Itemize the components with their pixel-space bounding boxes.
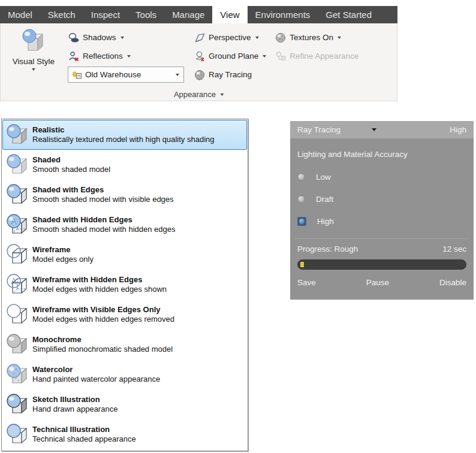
option-title: Sketch Illustration — [32, 395, 118, 404]
visual-style-option-monochrome[interactable]: Monochrome Simplified monochromatic shad… — [2, 330, 247, 360]
style-preview-icon — [5, 153, 29, 177]
shadows-button[interactable]: Shadows — [68, 29, 184, 46]
visual-style-option-realistic[interactable]: Realistic Realistically textured model w… — [2, 120, 247, 150]
ray-tracing-icon — [194, 70, 206, 80]
chevron-down-icon[interactable] — [372, 128, 376, 131]
option-title: Wireframe with Hidden Edges — [32, 275, 167, 285]
panel-title: Ray Tracing — [297, 125, 341, 134]
ribbon-appearance-panel: Visual Style Shadows Reflections — [0, 23, 397, 101]
lighting-style-icon — [71, 70, 83, 80]
progress-bar-fill — [300, 262, 304, 267]
style-preview-icon — [5, 243, 29, 267]
option-title: Watercolor — [32, 365, 160, 375]
chevron-down-icon — [127, 55, 131, 58]
accuracy-options: Low Draft High — [297, 172, 466, 226]
progress-bar — [297, 259, 466, 270]
accuracy-section-label: Lighting and Material Accuracy — [297, 150, 466, 159]
visual-style-option-shaded-with-edges[interactable]: Shaded with Edges Smooth shaded model wi… — [2, 180, 247, 210]
option-title: Monochrome — [32, 335, 173, 345]
reflections-button[interactable]: Reflections — [68, 48, 184, 64]
option-description: Model edges with hidden edges shown — [32, 285, 167, 294]
progress-label: Progress: Rough — [297, 244, 358, 253]
option-title: Shaded with Edges — [32, 185, 174, 195]
chevron-down-icon — [263, 55, 266, 58]
chevron-down-icon — [120, 37, 124, 39]
time-remaining: 12 sec — [442, 244, 466, 253]
lighting-style-combo[interactable]: Old Warehouse — [68, 67, 184, 83]
accuracy-option-draft[interactable]: Draft — [297, 194, 466, 204]
visual-style-option-sketch-illustration[interactable]: Sketch Illustration Hand drawn appearanc… — [2, 389, 247, 419]
option-title: Wireframe — [32, 245, 94, 255]
visual-style-option-wireframe-with-hidden-edges[interactable]: Wireframe with Hidden Edges Model edges … — [2, 270, 247, 300]
panel-buttons: SavePauseDisable — [297, 278, 466, 287]
style-preview-icon — [5, 273, 29, 297]
option-title: Technical Illustration — [32, 425, 136, 434]
combo-chevron[interactable] — [171, 67, 183, 82]
style-preview-icon — [5, 363, 29, 386]
radio-icon[interactable] — [297, 217, 306, 226]
ribbon-tab-bar: Model Sketch Inspect Tools Manage View E… — [0, 6, 397, 23]
visual-style-option-technical-illustration[interactable]: Technical Illustration Technical shaded … — [2, 419, 247, 449]
option-description: Model edges with hidden edges removed — [32, 315, 174, 324]
option-description: Smooth shaded model with hidden edges — [32, 225, 176, 234]
visual-style-menu: Realistic Realistically textured model w… — [1, 119, 248, 451]
style-preview-icon — [5, 422, 29, 446]
style-preview-icon — [5, 333, 29, 357]
appearance-panel-label[interactable]: Appearance — [174, 90, 224, 99]
style-preview-icon — [5, 303, 29, 327]
textures-on-button[interactable]: Textures On — [275, 29, 358, 46]
option-description: Smooth shaded model — [32, 165, 110, 174]
visual-style-option-wireframe-with-visible-edges-only[interactable]: Wireframe with Visible Edges Only Model … — [2, 300, 247, 330]
accuracy-option-low[interactable]: Low — [297, 172, 466, 182]
ribbon-tab-environments[interactable]: Environments — [248, 6, 318, 23]
ribbon-tab-tools[interactable]: Tools — [128, 6, 164, 23]
shadows-icon — [68, 32, 80, 43]
perspective-button[interactable]: Perspective — [194, 29, 266, 46]
pause-button[interactable]: Pause — [366, 278, 389, 287]
ribbon-tab-get-started[interactable]: Get Started — [318, 6, 379, 23]
ribbon-tab-sketch[interactable]: Sketch — [40, 6, 83, 23]
option-description: Technical shaded appearance — [32, 434, 136, 444]
option-title: Shaded — [32, 155, 110, 165]
save-button[interactable]: Save — [297, 278, 316, 287]
chevron-down-icon — [220, 93, 224, 96]
ribbon-tab-model[interactable]: Model — [0, 6, 40, 23]
option-description: Smooth shaded model with visible edges — [32, 195, 174, 204]
visual-style-icon — [20, 28, 47, 56]
visual-style-option-watercolor[interactable]: Watercolor Hand painted watercolor appea… — [2, 360, 247, 389]
ray-tracing-panel: Ray Tracing High Lighting and Material A… — [290, 121, 474, 300]
option-description: Simplified monochromatic shaded model — [32, 345, 173, 354]
style-preview-icon — [5, 123, 29, 147]
style-preview-icon — [5, 392, 29, 416]
style-preview-icon — [5, 213, 29, 237]
lighting-style-value: Old Warehouse — [85, 70, 141, 79]
visual-style-label: Visual Style — [13, 57, 55, 66]
radio-icon[interactable] — [297, 173, 305, 181]
option-description: Model edges only — [32, 255, 94, 264]
ray-tracing-button[interactable]: Ray Tracing — [194, 67, 266, 83]
visual-style-button[interactable]: Visual Style — [1, 23, 67, 101]
chevron-down-icon — [338, 37, 341, 39]
ribbon-tab-manage[interactable]: Manage — [164, 6, 212, 23]
accuracy-option-high[interactable]: High — [297, 216, 466, 226]
quality-value: High — [450, 125, 466, 134]
disable-button[interactable]: Disable — [439, 278, 466, 287]
chevron-down-icon — [176, 74, 179, 76]
refine-appearance-button: Refine Appearance — [275, 48, 358, 64]
visual-style-option-wireframe[interactable]: Wireframe Model edges only — [2, 240, 247, 270]
option-description: Realistically textured model with high q… — [32, 135, 215, 144]
perspective-icon — [194, 32, 206, 43]
ground-plane-button[interactable]: Ground Plane — [194, 48, 266, 64]
divider — [295, 238, 469, 239]
visual-style-option-shaded-with-hidden-edges[interactable]: Shaded with Hidden Edges Smooth shaded m… — [2, 210, 247, 240]
option-title: Realistic — [32, 125, 215, 135]
ribbon-tab-view[interactable]: View — [212, 6, 247, 23]
visual-style-option-shaded[interactable]: Shaded Smooth shaded model — [2, 150, 247, 180]
option-title: Shaded with Hidden Edges — [32, 215, 176, 225]
option-description: Hand drawn appearance — [32, 404, 118, 414]
ray-tracing-panel-header[interactable]: Ray Tracing High — [290, 121, 474, 138]
textures-on-icon — [275, 32, 287, 43]
ribbon-tab-inspect[interactable]: Inspect — [83, 6, 128, 23]
radio-icon[interactable] — [297, 195, 305, 203]
option-title: Wireframe with Visible Edges Only — [32, 305, 174, 315]
